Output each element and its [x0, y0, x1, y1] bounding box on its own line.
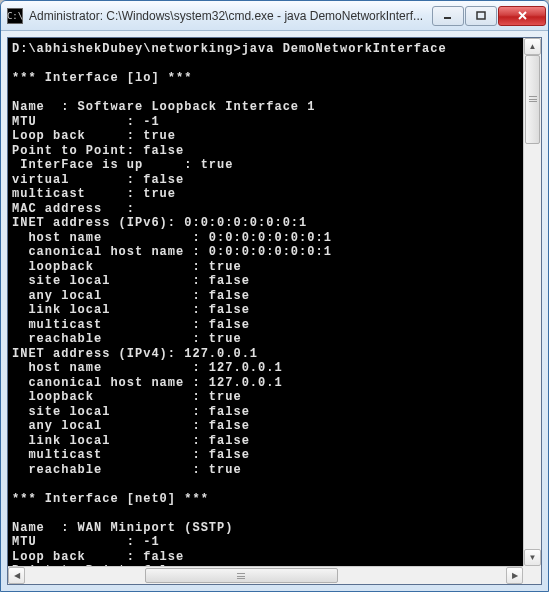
line: virtual : false: [12, 173, 184, 187]
scroll-right-button[interactable]: ▶: [506, 567, 523, 584]
console-area: D:\abhishekDubey\networking>java DemoNet…: [7, 37, 542, 585]
line: site local : false: [12, 405, 250, 419]
line: InterFace is up : true: [12, 158, 233, 172]
scroll-thumb-horizontal[interactable]: [145, 568, 337, 583]
line: reachable : true: [12, 332, 242, 346]
scrollbar-corner: [523, 566, 541, 584]
line: any local : false: [12, 289, 250, 303]
window-title: Administrator: C:\Windows\system32\cmd.e…: [29, 9, 432, 23]
scroll-thumb-vertical[interactable]: [525, 55, 540, 144]
titlebar[interactable]: C:\ Administrator: C:\Windows\system32\c…: [1, 1, 548, 31]
minimize-button[interactable]: [432, 6, 464, 26]
line: *** Interface [net0] ***: [12, 492, 209, 506]
line: INET address (IPv4): 127.0.0.1: [12, 347, 258, 361]
line: MTU : -1: [12, 115, 160, 129]
line: link local : false: [12, 434, 250, 448]
line: canonical host name : 0:0:0:0:0:0:0:1: [12, 245, 332, 259]
line: link local : false: [12, 303, 250, 317]
cmd-window: C:\ Administrator: C:\Windows\system32\c…: [0, 0, 549, 592]
scroll-left-button[interactable]: ◀: [8, 567, 25, 584]
horizontal-scrollbar[interactable]: ◀ ▶: [8, 566, 523, 584]
minimize-icon: [443, 11, 453, 21]
line: multicast : true: [12, 187, 176, 201]
close-icon: [517, 10, 528, 21]
line: MAC address :: [12, 202, 135, 216]
line: loopback : true: [12, 260, 242, 274]
line: MTU : -1: [12, 535, 160, 549]
line: multicast : false: [12, 318, 250, 332]
vertical-scrollbar[interactable]: ▲ ▼: [523, 38, 541, 566]
maximize-icon: [476, 11, 486, 21]
scroll-track-vertical[interactable]: [524, 55, 541, 549]
line: reachable : true: [12, 463, 242, 477]
line: Name : WAN Miniport (SSTP): [12, 521, 233, 535]
line: Loop back : true: [12, 129, 176, 143]
window-buttons: [432, 6, 546, 26]
scroll-down-button[interactable]: ▼: [524, 549, 541, 566]
line: any local : false: [12, 419, 250, 433]
line: host name : 127.0.0.1: [12, 361, 283, 375]
line: loopback : true: [12, 390, 242, 404]
line: multicast : false: [12, 448, 250, 462]
close-button[interactable]: [498, 6, 546, 26]
line: Loop back : false: [12, 550, 184, 564]
scroll-track-horizontal[interactable]: [25, 567, 506, 584]
cmd-icon: C:\: [7, 8, 23, 24]
svg-rect-1: [477, 12, 485, 19]
scroll-up-button[interactable]: ▲: [524, 38, 541, 55]
line: Point to Point: false: [12, 144, 184, 158]
line: site local : false: [12, 274, 250, 288]
line: D:\abhishekDubey\networking>java DemoNet…: [12, 42, 447, 56]
line: canonical host name : 127.0.0.1: [12, 376, 283, 390]
line: host name : 0:0:0:0:0:0:0:1: [12, 231, 332, 245]
maximize-button[interactable]: [465, 6, 497, 26]
console-output[interactable]: D:\abhishekDubey\networking>java DemoNet…: [8, 38, 541, 566]
line: Name : Software Loopback Interface 1: [12, 100, 315, 114]
line: INET address (IPv6): 0:0:0:0:0:0:0:1: [12, 216, 307, 230]
line: *** Interface [lo] ***: [12, 71, 192, 85]
